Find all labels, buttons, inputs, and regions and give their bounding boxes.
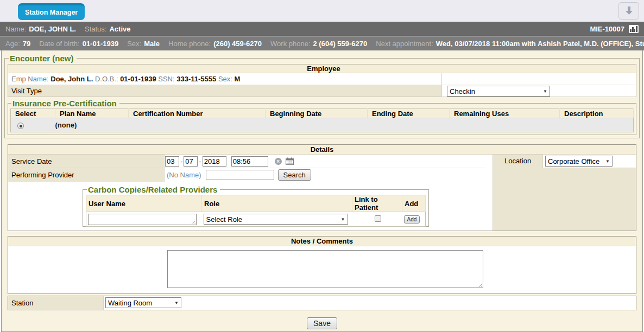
location-selected-value: Corporate Office: [548, 157, 599, 165]
patient-name-bar: Name: DOE, JOHN L. Status: Active MIE-10…: [0, 22, 644, 36]
details-header: Details: [8, 145, 636, 155]
emp-ssn-value: 333-11-5555: [176, 75, 216, 83]
service-date-label: Service Date: [8, 155, 164, 168]
carbon-copies-table: User Name Role Link to Patient Add: [86, 195, 426, 227]
location-select[interactable]: Corporate Office ▼: [545, 156, 613, 167]
station-selected-value: Waiting Room: [108, 299, 152, 307]
top-bar: Station Manager: [0, 0, 644, 22]
performing-provider-value: (No Name): [167, 171, 201, 179]
column-beginning-date: Beginning Date: [266, 109, 368, 118]
clear-date-icon[interactable]: ×: [275, 158, 282, 165]
precert-select-radio[interactable]: [17, 123, 24, 129]
station-select[interactable]: Waiting Room ▼: [105, 297, 181, 308]
emp-dob-value: 01-01-1939: [120, 75, 156, 83]
patient-name: DOE, JOHN L.: [29, 25, 76, 33]
encounter-form: Encounter (new) Employee Emp Name: Doe, …: [1, 50, 643, 332]
dropdown-arrow-icon: ▼: [174, 301, 179, 305]
station-cell: Waiting Room ▼: [104, 296, 636, 310]
insurance-row-none: (none): [11, 118, 634, 132]
date-separator: -: [180, 157, 182, 165]
service-time-input[interactable]: [231, 156, 268, 167]
station-section: Station Waiting Room ▼: [8, 296, 636, 310]
plan-name-value: (none): [55, 121, 77, 129]
user-name-input[interactable]: [88, 214, 197, 225]
emp-name-value: Doe, John L.: [50, 75, 93, 83]
calendar-icon[interactable]: [286, 157, 294, 165]
visit-type-row: Visit Type Checkin ▼: [8, 85, 636, 97]
insurance-precertification-legend: Insurance Pre-Certification: [11, 99, 119, 108]
date-separator: -: [199, 157, 201, 165]
home-phone-value: (260) 459-6270: [213, 40, 262, 48]
employee-info-row: Emp Name: Doe, John L. D.O.B.: 01-01-193…: [8, 73, 636, 85]
carbon-copies-fieldset: Carbon Copies/Related Providers User Nam…: [83, 185, 429, 227]
visit-type-selected-value: Checkin: [450, 87, 475, 95]
station-label: Station: [8, 296, 104, 310]
demographics-bar: Age: 79 Date of birth: 01-01-1939 Sex: M…: [0, 36, 644, 50]
download-button[interactable]: [618, 2, 639, 20]
column-certification-number: Certification Number: [129, 109, 266, 118]
station-manager-screen: Station Manager Name: DOE, JOHN L. Statu…: [0, 0, 644, 332]
sex-label: Sex:: [127, 40, 141, 48]
column-role: Role: [202, 195, 352, 212]
details-section: Details Service Date Performing Provider…: [8, 144, 636, 231]
download-icon: [624, 6, 634, 16]
notes-textarea[interactable]: [167, 250, 483, 288]
insurance-header-row: Select Plan Name Certification Number Be…: [11, 109, 634, 118]
add-button[interactable]: Add: [404, 215, 420, 224]
encounter-fieldset: Encounter (new) Employee Emp Name: Doe, …: [4, 54, 640, 138]
save-button[interactable]: Save: [307, 317, 337, 329]
performing-provider-input[interactable]: [206, 170, 274, 180]
bar-chart-icon[interactable]: [629, 25, 639, 33]
name-label: Name:: [5, 25, 26, 33]
work-phone-value: 2 (604) 559-6270: [313, 40, 368, 48]
carbon-copies-input-row: Select Role ▼ Add: [86, 212, 426, 227]
column-add: Add: [402, 195, 426, 212]
role-select[interactable]: Select Role ▼: [204, 214, 348, 225]
service-date-row: - - ×: [165, 155, 485, 168]
dob-value: 01-01-1939: [83, 40, 119, 48]
link-to-patient-checkbox[interactable]: [375, 215, 381, 222]
status-value: Active: [109, 25, 130, 33]
emp-dob-label: D.O.B.:: [95, 75, 118, 83]
column-link-to-patient: Link to Patient: [352, 195, 402, 212]
age-value: 79: [23, 40, 30, 48]
column-ending-date: Ending Date: [368, 109, 450, 118]
next-appointment-value: Wed, 03/07/2018 11:00am with Ashish Pate…: [436, 40, 644, 48]
details-label-column: Service Date Performing Provider: [8, 155, 165, 182]
dropdown-arrow-icon: ▼: [543, 89, 547, 94]
insurance-precertification-table: Select Plan Name Certification Number Be…: [10, 108, 634, 132]
emp-sex-label: Sex:: [218, 75, 232, 83]
search-button[interactable]: Search: [278, 169, 311, 181]
save-row: Save: [2, 317, 642, 329]
role-selected-value: Select Role: [206, 215, 242, 224]
performing-provider-label: Performing Provider: [8, 168, 164, 182]
visit-type-label: Visit Type: [8, 85, 442, 97]
employee-header: Employee: [8, 65, 636, 73]
notes-body: [8, 246, 636, 293]
notes-header: Notes / Comments: [8, 237, 636, 246]
next-appointment-label: Next appointment:: [376, 40, 433, 48]
employee-table: Employee Emp Name: Doe, John L. D.O.B.: …: [8, 64, 636, 97]
service-date-year-input[interactable]: [203, 156, 226, 167]
column-select: Select: [11, 109, 55, 118]
column-user-name: User Name: [86, 195, 202, 212]
visit-type-select[interactable]: Checkin ▼: [447, 86, 550, 97]
emp-name-label: Emp Name:: [11, 75, 49, 83]
location-column: Location Corporate Office ▼: [493, 155, 636, 231]
dropdown-arrow-icon: ▼: [605, 159, 610, 164]
dropdown-arrow-icon: ▼: [341, 217, 345, 222]
notes-section: Notes / Comments: [8, 236, 636, 294]
status-label: Status:: [85, 25, 106, 33]
column-plan-name: Plan Name: [55, 109, 129, 118]
service-date-day-input[interactable]: [184, 156, 198, 167]
station-manager-tab[interactable]: Station Manager: [18, 3, 85, 20]
service-date-month-input[interactable]: [165, 156, 179, 167]
column-description: Description: [560, 109, 634, 118]
column-remaining-uses: Remaining Uses: [450, 109, 560, 118]
sex-value: Male: [144, 40, 160, 48]
insurance-precertification-fieldset: Insurance Pre-Certification Select Plan …: [8, 99, 636, 135]
location-label: Location: [504, 157, 531, 165]
record-id: MIE-10007: [590, 25, 624, 33]
location-cell: Corporate Office ▼: [542, 155, 636, 168]
home-phone-label: Home phone:: [168, 40, 211, 48]
